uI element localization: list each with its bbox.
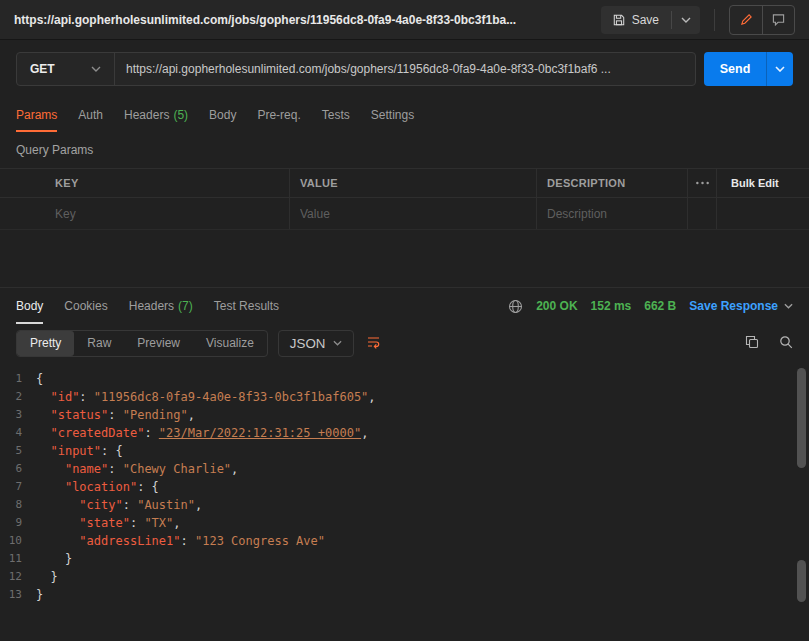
view-tab-visualize[interactable]: Visualize xyxy=(193,331,267,356)
language-label: JSON xyxy=(290,336,326,351)
line-number: 5 xyxy=(0,442,36,460)
send-button-group: Send xyxy=(704,52,793,86)
request-tab-tests[interactable]: Tests xyxy=(322,98,350,132)
wrap-lines-button[interactable] xyxy=(366,335,381,352)
code-line: 6 "name": "Chewy Charlie", xyxy=(0,460,809,478)
query-params-title: Query Params xyxy=(0,132,809,168)
param-value-cell xyxy=(290,198,537,229)
request-tab-bar: https://api.gopherholesunlimited.com/job… xyxy=(0,0,809,40)
language-select[interactable]: JSON xyxy=(278,330,355,357)
view-tab-pretty[interactable]: Pretty xyxy=(17,331,74,356)
save-dropdown-button[interactable] xyxy=(672,6,700,34)
line-number: 11 xyxy=(0,550,36,568)
code-text: } xyxy=(36,568,58,586)
line-number: 6 xyxy=(0,460,36,478)
status-badge[interactable]: 200 OK xyxy=(536,299,577,313)
line-number: 3 xyxy=(0,406,36,424)
column-header-key: KEY xyxy=(55,169,290,197)
code-lines: 1{2 "id": "11956dc8-0fa9-4a0e-8f33-0bc3f… xyxy=(0,370,809,604)
method-select[interactable]: GET xyxy=(17,53,115,85)
response-tab-cookies[interactable]: Cookies xyxy=(64,288,107,324)
code-text: "createdDate": "23/Mar/2022:12:31:25 +00… xyxy=(36,424,368,442)
chevron-down-icon xyxy=(333,340,342,346)
view-tab-preview[interactable]: Preview xyxy=(124,331,193,356)
code-text: "state": "TX", xyxy=(36,514,181,532)
param-description-cell xyxy=(537,198,688,229)
code-text: "city": "Austin", xyxy=(36,496,202,514)
response-tabs: BodyCookiesHeaders(7)Test Results xyxy=(16,288,300,324)
response-time[interactable]: 152 ms xyxy=(591,299,632,313)
param-key-cell xyxy=(55,198,290,229)
chevron-down-icon xyxy=(681,17,691,23)
response-size[interactable]: 662 B xyxy=(644,299,676,313)
request-tab-params[interactable]: Params xyxy=(16,98,57,132)
column-header-description: DESCRIPTION xyxy=(537,169,688,197)
chevron-down-icon xyxy=(784,303,793,309)
param-description-input[interactable] xyxy=(547,207,687,221)
code-line: 4 "createdDate": "23/Mar/2022:12:31:25 +… xyxy=(0,424,809,442)
save-icon xyxy=(613,14,625,26)
code-line: 13} xyxy=(0,586,809,604)
request-tabs: ParamsAuthHeaders(5)BodyPre-req.TestsSet… xyxy=(0,98,809,132)
code-line: 3 "status": "Pending", xyxy=(0,406,809,424)
toolbar-right xyxy=(745,335,793,352)
code-text: "name": "Chewy Charlie", xyxy=(36,460,238,478)
network-icon[interactable] xyxy=(508,299,523,314)
line-number: 7 xyxy=(0,478,36,496)
code-text: } xyxy=(36,586,43,604)
save-button[interactable]: Save xyxy=(601,6,671,34)
code-text: "id": "11956dc8-0fa9-4a0e-8f33-0bc3f1baf… xyxy=(36,388,376,406)
param-value-input[interactable] xyxy=(300,207,536,221)
request-builder: GET Send xyxy=(0,40,809,98)
code-line: 5 "input": { xyxy=(0,442,809,460)
request-tab-body[interactable]: Body xyxy=(209,98,236,132)
edit-request-button[interactable] xyxy=(730,6,762,34)
chevron-down-icon xyxy=(91,66,101,72)
copy-button[interactable] xyxy=(745,335,759,352)
response-tabs-row: BodyCookiesHeaders(7)Test Results 200 OK… xyxy=(0,288,809,324)
params-options-cell xyxy=(688,169,717,197)
scrollbar-thumb[interactable] xyxy=(797,368,806,468)
line-number: 4 xyxy=(0,424,36,442)
line-number: 12 xyxy=(0,568,36,586)
request-tab-settings[interactable]: Settings xyxy=(371,98,414,132)
code-text: "input": { xyxy=(36,442,123,460)
view-tab-raw[interactable]: Raw xyxy=(74,331,124,356)
scrollbar-thumb[interactable] xyxy=(797,560,806,602)
bulk-edit-button[interactable]: Bulk Edit xyxy=(717,177,779,189)
more-options-icon[interactable] xyxy=(688,181,716,185)
code-line: 2 "id": "11956dc8-0fa9-4a0e-8f33-0bc3f1b… xyxy=(0,388,809,406)
response-tab-test-results[interactable]: Test Results xyxy=(214,288,279,324)
code-line: 11 } xyxy=(0,550,809,568)
request-tab-title[interactable]: https://api.gopherholesunlimited.com/job… xyxy=(14,13,516,27)
save-response-label: Save Response xyxy=(689,299,778,313)
send-dropdown-button[interactable] xyxy=(766,52,793,86)
wrap-text-icon xyxy=(366,335,381,349)
request-tab-pre-req-[interactable]: Pre-req. xyxy=(257,98,300,132)
query-params-header: KEY VALUE DESCRIPTION Bulk Edit xyxy=(0,168,809,198)
save-response-button[interactable]: Save Response xyxy=(689,299,793,313)
param-key-input[interactable] xyxy=(55,207,289,221)
response-toolbar: PrettyRawPreviewVisualize JSON xyxy=(0,324,809,362)
code-line: 7 "location": { xyxy=(0,478,809,496)
code-text: } xyxy=(36,550,72,568)
line-number: 13 xyxy=(0,586,36,604)
line-number: 1 xyxy=(0,370,36,388)
param-options-cell xyxy=(688,198,717,229)
response-view-tabs: PrettyRawPreviewVisualize xyxy=(16,330,268,357)
request-tab-headers[interactable]: Headers(5) xyxy=(124,98,188,132)
comments-button[interactable] xyxy=(762,6,794,34)
response-tab-headers[interactable]: Headers(7) xyxy=(129,288,193,324)
send-button[interactable]: Send xyxy=(704,52,766,86)
request-tab-auth[interactable]: Auth xyxy=(78,98,103,132)
save-button-group: Save xyxy=(601,6,700,34)
response-tab-body[interactable]: Body xyxy=(16,288,43,324)
response-body-editor[interactable]: 1{2 "id": "11956dc8-0fa9-4a0e-8f33-0bc3f… xyxy=(0,362,809,641)
column-header-value: VALUE xyxy=(290,169,537,197)
url-input[interactable] xyxy=(115,53,695,85)
pane-spacer xyxy=(0,230,809,287)
line-number: 10 xyxy=(0,532,36,550)
copy-icon xyxy=(745,335,759,349)
search-icon xyxy=(779,335,793,349)
search-button[interactable] xyxy=(779,335,793,352)
